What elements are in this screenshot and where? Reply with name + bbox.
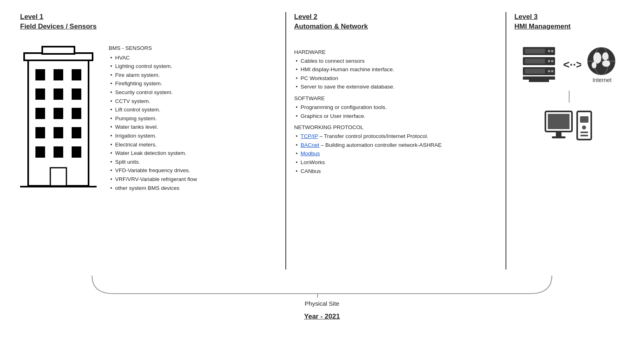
svg-rect-7 <box>54 88 63 100</box>
svg-rect-17 <box>72 146 81 158</box>
list-item: Modbus <box>294 149 502 158</box>
bacnet-link[interactable]: BACnet <box>301 142 320 148</box>
level2-content: HARDWARE Cables to connect sensors HMI d… <box>294 45 502 179</box>
svg-rect-49 <box>580 116 588 123</box>
level3-line1: Level 3 <box>514 13 538 21</box>
network-arrow-icon: <··> <box>561 57 581 74</box>
main-container: Level 1 Field Devices / Sensors <box>0 0 644 360</box>
list-item: Graphics or User interface. <box>294 112 502 121</box>
list-item: Lighting control system. <box>109 62 281 71</box>
list-item: VRF/VRV-Variable refrigerant flow <box>109 175 281 184</box>
list-item: HVAC <box>109 53 281 62</box>
level2-line1: Level 2 <box>294 13 318 21</box>
level1-line2: Field Devices / Sensors <box>20 23 97 30</box>
level3-line2: HMI Management <box>514 23 571 30</box>
svg-rect-16 <box>54 146 63 158</box>
level1-heading: Level 1 Field Devices / Sensors <box>20 12 281 31</box>
list-item: Water Leak detection system. <box>109 149 281 158</box>
tcpip-link[interactable]: TCP/IP <box>301 133 318 139</box>
list-item: Server to save the extensive database. <box>294 82 502 91</box>
svg-point-50 <box>582 125 586 130</box>
svg-rect-9 <box>35 108 45 119</box>
svg-point-27 <box>551 60 553 62</box>
list-item: Security control system. <box>109 88 281 97</box>
svg-rect-32 <box>523 76 555 80</box>
level1-column: Level 1 Field Devices / Sensors <box>16 12 285 269</box>
svg-rect-33 <box>529 80 549 82</box>
svg-point-31 <box>551 70 553 72</box>
software-list: Programming or configuration tools. Grap… <box>294 103 502 120</box>
svg-rect-46 <box>556 132 561 136</box>
physical-site-label: Physical Site <box>305 300 339 307</box>
svg-rect-25 <box>525 59 545 64</box>
server-connector-line <box>569 91 570 103</box>
list-item: HMI display-Human machine interface. <box>294 65 502 74</box>
hardware-list: Cables to connect sensors HMI display-Hu… <box>294 57 502 91</box>
level2-heading: Level 2 Automation & Network <box>294 12 502 31</box>
software-title: SOFTWARE <box>294 95 502 101</box>
svg-rect-13 <box>54 127 63 138</box>
networking-list: TCP/IP – Transfer control protocols/Inte… <box>294 132 502 175</box>
pc-workstation-icon <box>545 111 593 143</box>
svg-rect-52 <box>580 135 588 136</box>
svg-point-36 <box>593 52 601 64</box>
list-item: Split units. <box>109 158 281 167</box>
list-item: Firefighting system. <box>109 79 281 88</box>
bacnet-suffix: – Building automation controller network… <box>321 142 442 148</box>
tcpip-suffix: – Transfer control protocols/Internet Pr… <box>320 133 428 139</box>
building-icon <box>20 45 101 199</box>
level2-line2: Automation & Network <box>294 23 368 30</box>
svg-rect-14 <box>72 127 81 138</box>
svg-rect-45 <box>548 114 570 129</box>
svg-rect-12 <box>35 127 45 138</box>
list-item: VFD-Variable frequency drives. <box>109 166 281 175</box>
list-item: Electrical meters. <box>109 140 281 149</box>
svg-rect-21 <box>525 49 545 53</box>
list-item: Water tanks level. <box>109 123 281 132</box>
svg-rect-11 <box>72 108 81 119</box>
list-item: LonWorks <box>294 158 502 167</box>
bracket-area <box>83 274 561 298</box>
level3-column: Level 3 HMI Management <box>506 12 628 269</box>
svg-rect-51 <box>580 132 588 133</box>
svg-rect-5 <box>72 69 81 80</box>
svg-rect-4 <box>54 69 63 80</box>
level3-heading: Level 3 HMI Management <box>514 12 624 31</box>
list-item: Cables to connect sensors <box>294 57 502 66</box>
year-label: Year - 2021 <box>304 313 340 321</box>
list-item: Irrigation system. <box>109 132 281 140</box>
list-item: Pumping system. <box>109 114 281 123</box>
svg-rect-10 <box>54 108 63 119</box>
server-stack-icon <box>521 45 557 86</box>
list-item: Programming or configuration tools. <box>294 103 502 112</box>
bms-title: BMS - SENSORS <box>109 45 281 51</box>
svg-text:Internet: Internet <box>592 77 612 83</box>
list-item: CANbus <box>294 167 502 176</box>
svg-point-22 <box>548 50 550 52</box>
modbus-link[interactable]: Modbus <box>301 150 320 156</box>
bottom-section: Physical Site Year - 2021 <box>16 274 628 321</box>
svg-rect-15 <box>35 146 45 158</box>
list-item: other system BMS devices <box>109 184 281 193</box>
bms-list: HVAC Lighting control system. Fire alarm… <box>109 53 281 193</box>
list-item: Fire alarm system. <box>109 71 281 80</box>
level1-content: BMS - SENSORS HVAC Lighting control syst… <box>20 45 281 199</box>
level3-content: <··> <box>514 45 624 143</box>
bms-list-area: BMS - SENSORS HVAC Lighting control syst… <box>109 45 281 199</box>
svg-rect-47 <box>552 136 566 138</box>
svg-point-26 <box>548 60 550 62</box>
hardware-title: HARDWARE <box>294 49 502 55</box>
list-item: TCP/IP – Transfer control protocols/Inte… <box>294 132 502 141</box>
svg-text:<··>: <··> <box>563 58 581 71</box>
levels-row: Level 1 Field Devices / Sensors <box>16 12 628 269</box>
svg-point-23 <box>551 50 553 52</box>
svg-rect-29 <box>525 69 545 74</box>
list-item: CCTV system. <box>109 97 281 106</box>
level2-column: Level 2 Automation & Network HARDWARE Ca… <box>285 12 506 269</box>
svg-rect-2 <box>42 47 74 54</box>
svg-rect-3 <box>35 69 45 80</box>
list-item: BACnet – Building automation controller … <box>294 141 502 150</box>
networking-title: NETWORKING PROTOCOL <box>294 124 502 130</box>
globe-icon: Internet <box>585 45 617 86</box>
svg-point-30 <box>548 70 550 72</box>
